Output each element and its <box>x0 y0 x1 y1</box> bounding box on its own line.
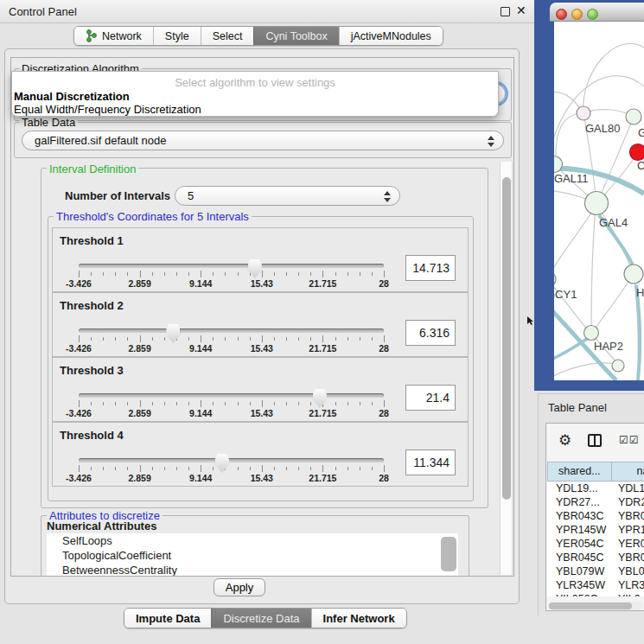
combo-arrows-icon <box>383 191 391 202</box>
threshold-1-slider[interactable]: -3.4262.8599.14415.4321.71528 <box>79 228 384 293</box>
slider-tick-labels: -3.4262.8599.14415.4321.71528 <box>79 408 384 418</box>
attribute-list-item[interactable]: BetweennessCentrality <box>47 563 458 576</box>
node-gal4 <box>585 192 609 215</box>
threshold-2-slider[interactable]: -3.4262.8599.14415.4321.71528 <box>79 293 384 358</box>
table-row[interactable]: YER054CYER0 <box>547 538 644 552</box>
table-data-combobox[interactable]: galFiltered.sif default node <box>22 131 504 150</box>
window-close-icon[interactable] <box>556 9 567 20</box>
tab-network[interactable]: Network <box>74 27 153 45</box>
numerical-attributes-list[interactable]: SelfLoopsTopologicalCoefficientBetweenne… <box>47 533 458 576</box>
table-row[interactable]: YBR045CYBR0 <box>547 552 644 565</box>
node-selected-red <box>630 144 644 161</box>
mouse-cursor <box>527 316 534 328</box>
slider-track[interactable] <box>79 328 384 333</box>
slider-tick-labels: -3.4262.8599.14415.4321.71528 <box>79 473 384 483</box>
network-icon <box>86 29 97 42</box>
tab-select[interactable]: Select <box>201 27 254 45</box>
table-row[interactable]: YPR145WYPR1 <box>547 524 644 538</box>
dropdown-option-equal-width[interactable]: Equal Width/Frequency Discretization <box>14 103 201 116</box>
num-intervals-value: 5 <box>188 189 194 202</box>
threshold-2-value-field[interactable]: 6.316 <box>405 320 456 346</box>
slider-track[interactable] <box>79 393 384 398</box>
network-window-titlebar[interactable] <box>550 3 644 22</box>
threshold-4-value-field[interactable]: 11.344 <box>405 450 456 475</box>
slider-ticks <box>79 400 384 408</box>
tab-discretize-data[interactable]: Discretize Data <box>211 609 310 628</box>
slider-track[interactable] <box>79 264 384 268</box>
slider-ticks <box>79 335 384 343</box>
numerical-attributes-label: Numerical Attributes <box>47 520 156 532</box>
threshold-1-value-field[interactable]: 14.713 <box>405 255 456 281</box>
table-hscrollbar-thumb[interactable] <box>549 603 632 609</box>
network-view-canvas[interactable]: GAL80 GA C GAL11 GAL4 GCY1 H HAP2 <box>554 22 644 380</box>
slider-ticks <box>79 271 384 278</box>
tab-impute-data[interactable]: Impute Data <box>124 609 211 628</box>
table-rows[interactable]: YDL19...YDL1YDR27...YDR2YBR043CYBR0YPR14… <box>547 482 644 596</box>
num-intervals-label: Number of Intervals <box>65 189 170 202</box>
tab-cyni-toolbox[interactable]: Cyni Toolbox <box>253 27 338 45</box>
table-row[interactable]: YIL052CYIL0 <box>547 593 644 596</box>
table-row[interactable]: YBR043CYBR0 <box>547 510 644 524</box>
columns-icon[interactable] <box>588 434 602 447</box>
node-hap2 <box>584 326 599 341</box>
table-panel-frame: ⚙ ☑☑ shared... na YDL19...YDL1YDR27...YD… <box>545 423 644 611</box>
screen: Control Panel ✕ Network Style Select Cyn… <box>0 0 644 644</box>
threshold-1-panel: Threshold 1 -3.4262.8599.14415.4321.7152… <box>52 227 469 292</box>
threshold-4-slider[interactable]: -3.4262.8599.14415.4321.71528 <box>79 423 384 488</box>
table-data-value: galFiltered.sif default node <box>35 134 166 147</box>
close-icon[interactable]: ✕ <box>516 3 526 17</box>
label-gcy1: GCY1 <box>554 288 577 301</box>
dropdown-option-manual[interactable]: Manual Discretization <box>14 90 130 103</box>
node-partial-right <box>626 109 641 124</box>
column-header-shared-name[interactable]: shared... <box>547 462 612 481</box>
settings-scrollbar-thumb[interactable] <box>502 177 511 500</box>
tab-network-label: Network <box>102 30 142 42</box>
apply-button[interactable]: Apply <box>214 578 265 596</box>
table-data-group-title: Table Data <box>19 116 78 129</box>
node-gal80 <box>577 106 590 120</box>
threshold-3-slider[interactable]: -3.4262.8599.14415.4321.71528 <box>79 358 384 423</box>
slider-tick-labels: -3.4262.8599.14415.4321.71528 <box>79 343 384 354</box>
select-columns-checkboxes-icon[interactable]: ☑☑ <box>619 434 640 446</box>
tab-style[interactable]: Style <box>153 27 201 45</box>
node-partial-bottom <box>612 360 624 372</box>
thresholds-group-title: Threshold's Coordinates for 5 Intervals <box>54 210 252 223</box>
table-toolbar: ⚙ ☑☑ <box>546 424 644 458</box>
settings-vertical-scrollbar[interactable] <box>500 162 513 575</box>
control-panel-titlebar: Control Panel ✕ <box>0 0 534 23</box>
label-partial-mid-right: H <box>636 286 644 299</box>
label-partial-red: C <box>637 159 644 172</box>
num-intervals-combobox[interactable]: 5 <box>175 186 400 206</box>
column-header-name[interactable]: na <box>612 462 644 481</box>
attribute-list-item[interactable]: TopologicalCoefficient <box>47 548 458 563</box>
network-nodes <box>554 106 644 372</box>
list-scrollbar-thumb[interactable] <box>441 537 456 571</box>
label-gal11: GAL11 <box>554 172 589 185</box>
window-zoom-icon[interactable] <box>587 9 598 20</box>
combo-arrows-icon <box>487 136 494 147</box>
table-header-row: shared... na <box>547 462 644 481</box>
top-tab-strip: Network Style Select Cyni Toolbox jActiv… <box>73 26 443 46</box>
gear-icon[interactable]: ⚙ <box>558 431 571 450</box>
tab-infer-network[interactable]: Infer Network <box>311 609 406 628</box>
panel-title: Control Panel <box>9 5 77 18</box>
table-row[interactable]: YBL079WYBL0 <box>547 565 644 579</box>
label-hap2: HAP2 <box>594 340 623 353</box>
window-minimize-icon[interactable] <box>571 9 583 20</box>
label-gal80: GAL80 <box>585 122 620 135</box>
table-panel-title: Table Panel <box>548 401 607 414</box>
slider-track[interactable] <box>79 458 384 462</box>
slider-tick-labels: -3.4262.8599.14415.4321.71528 <box>79 278 384 289</box>
table-row[interactable]: YDL19...YDL1 <box>547 482 644 496</box>
node-gcy1 <box>554 271 556 287</box>
table-row[interactable]: YLR345WYLR3 <box>547 579 644 593</box>
table-horizontal-scrollbar[interactable] <box>548 602 643 610</box>
threshold-3-value-field[interactable]: 21.4 <box>405 385 456 411</box>
interval-definition-title: Interval Definition <box>47 163 138 175</box>
float-window-icon[interactable] <box>501 7 510 16</box>
label-partial-top-right: GA <box>638 126 644 139</box>
attribute-list-item[interactable]: SelfLoops <box>47 533 458 548</box>
table-row[interactable]: YDR27...YDR2 <box>547 496 644 510</box>
node-partial-mid <box>624 265 643 284</box>
tab-jactivemnodules[interactable]: jActiveMNodules <box>339 27 443 45</box>
